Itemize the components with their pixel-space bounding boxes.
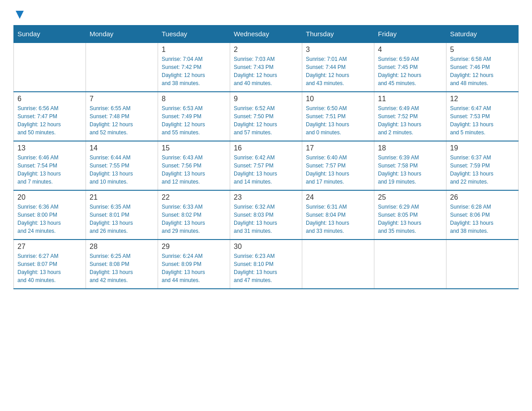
day-number: 2 (234, 46, 298, 54)
day-info: Sunrise: 6:50 AM Sunset: 7:51 PM Dayligh… (306, 104, 370, 137)
day-number: 25 (378, 193, 442, 201)
calendar-cell: 13Sunrise: 6:46 AM Sunset: 7:54 PM Dayli… (14, 141, 86, 190)
page-header (13, 9, 519, 21)
day-number: 28 (90, 243, 154, 251)
calendar-cell: 12Sunrise: 6:47 AM Sunset: 7:53 PM Dayli… (446, 92, 519, 141)
day-number: 20 (17, 193, 82, 201)
day-number: 23 (234, 193, 298, 201)
calendar-cell: 20Sunrise: 6:36 AM Sunset: 8:00 PM Dayli… (14, 190, 86, 240)
calendar-cell: 28Sunrise: 6:25 AM Sunset: 8:08 PM Dayli… (86, 240, 158, 289)
day-number: 16 (234, 144, 298, 152)
calendar-week-row: 27Sunrise: 6:27 AM Sunset: 8:07 PM Dayli… (14, 240, 519, 289)
calendar-cell (446, 240, 519, 289)
header-thursday: Thursday (302, 26, 374, 43)
svg-marker-0 (16, 11, 24, 19)
day-number: 7 (90, 95, 154, 103)
day-info: Sunrise: 6:53 AM Sunset: 7:49 PM Dayligh… (162, 104, 226, 137)
calendar-week-row: 20Sunrise: 6:36 AM Sunset: 8:00 PM Dayli… (14, 190, 519, 240)
calendar-cell: 22Sunrise: 6:33 AM Sunset: 8:02 PM Dayli… (158, 190, 230, 240)
header-sunday: Sunday (14, 26, 86, 43)
calendar-cell: 27Sunrise: 6:27 AM Sunset: 8:07 PM Dayli… (14, 240, 86, 289)
day-info: Sunrise: 6:44 AM Sunset: 7:55 PM Dayligh… (90, 154, 154, 186)
logo-arrow-icon (16, 11, 24, 19)
day-info: Sunrise: 6:31 AM Sunset: 8:04 PM Dayligh… (306, 203, 370, 235)
calendar-week-row: 1Sunrise: 7:04 AM Sunset: 7:42 PM Daylig… (14, 43, 519, 92)
day-number: 4 (378, 46, 442, 54)
day-info: Sunrise: 6:37 AM Sunset: 7:59 PM Dayligh… (450, 154, 515, 186)
header-tuesday: Tuesday (158, 26, 230, 43)
calendar-cell: 29Sunrise: 6:24 AM Sunset: 8:09 PM Dayli… (158, 240, 230, 289)
calendar-cell: 9Sunrise: 6:52 AM Sunset: 7:50 PM Daylig… (230, 92, 302, 141)
day-info: Sunrise: 6:55 AM Sunset: 7:48 PM Dayligh… (90, 104, 154, 137)
day-info: Sunrise: 6:58 AM Sunset: 7:46 PM Dayligh… (450, 55, 515, 87)
calendar-cell: 4Sunrise: 6:59 AM Sunset: 7:45 PM Daylig… (374, 43, 446, 92)
day-number: 30 (234, 243, 298, 251)
day-number: 24 (306, 193, 370, 201)
day-info: Sunrise: 6:36 AM Sunset: 8:00 PM Dayligh… (17, 203, 82, 235)
day-number: 26 (450, 193, 515, 201)
day-number: 19 (450, 144, 515, 152)
calendar-cell: 6Sunrise: 6:56 AM Sunset: 7:47 PM Daylig… (14, 92, 86, 141)
day-info: Sunrise: 6:29 AM Sunset: 8:05 PM Dayligh… (378, 203, 442, 235)
calendar-cell: 5Sunrise: 6:58 AM Sunset: 7:46 PM Daylig… (446, 43, 519, 92)
calendar-cell: 7Sunrise: 6:55 AM Sunset: 7:48 PM Daylig… (86, 92, 158, 141)
calendar-cell: 15Sunrise: 6:43 AM Sunset: 7:56 PM Dayli… (158, 141, 230, 190)
day-info: Sunrise: 6:28 AM Sunset: 8:06 PM Dayligh… (450, 203, 515, 235)
day-info: Sunrise: 6:47 AM Sunset: 7:53 PM Dayligh… (450, 104, 515, 137)
calendar-cell: 26Sunrise: 6:28 AM Sunset: 8:06 PM Dayli… (446, 190, 519, 240)
calendar-cell (302, 240, 374, 289)
day-number: 1 (162, 46, 226, 54)
calendar-cell: 11Sunrise: 6:49 AM Sunset: 7:52 PM Dayli… (374, 92, 446, 141)
day-info: Sunrise: 6:33 AM Sunset: 8:02 PM Dayligh… (162, 203, 226, 235)
calendar-cell: 24Sunrise: 6:31 AM Sunset: 8:04 PM Dayli… (302, 190, 374, 240)
calendar-cell: 30Sunrise: 6:23 AM Sunset: 8:10 PM Dayli… (230, 240, 302, 289)
calendar-table: SundayMondayTuesdayWednesdayThursdayFrid… (13, 25, 519, 289)
day-number: 8 (162, 95, 226, 103)
calendar-cell (374, 240, 446, 289)
day-number: 17 (306, 144, 370, 152)
calendar-cell: 23Sunrise: 6:32 AM Sunset: 8:03 PM Dayli… (230, 190, 302, 240)
calendar-cell: 19Sunrise: 6:37 AM Sunset: 7:59 PM Dayli… (446, 141, 519, 190)
day-number: 18 (378, 144, 442, 152)
day-number: 6 (17, 95, 82, 103)
day-number: 22 (162, 193, 226, 201)
day-info: Sunrise: 7:01 AM Sunset: 7:44 PM Dayligh… (306, 55, 370, 87)
day-info: Sunrise: 6:46 AM Sunset: 7:54 PM Dayligh… (17, 154, 82, 186)
calendar-cell: 1Sunrise: 7:04 AM Sunset: 7:42 PM Daylig… (158, 43, 230, 92)
day-info: Sunrise: 6:23 AM Sunset: 8:10 PM Dayligh… (234, 252, 298, 284)
calendar-cell (86, 43, 158, 92)
day-number: 10 (306, 95, 370, 103)
calendar-week-row: 13Sunrise: 6:46 AM Sunset: 7:54 PM Dayli… (14, 141, 519, 190)
day-number: 12 (450, 95, 515, 103)
header-friday: Friday (374, 26, 446, 43)
day-info: Sunrise: 6:59 AM Sunset: 7:45 PM Dayligh… (378, 55, 442, 87)
day-number: 21 (90, 193, 154, 201)
day-number: 5 (450, 46, 515, 54)
day-info: Sunrise: 7:03 AM Sunset: 7:43 PM Dayligh… (234, 55, 298, 87)
day-number: 11 (378, 95, 442, 103)
calendar-cell (14, 43, 86, 92)
day-info: Sunrise: 6:24 AM Sunset: 8:09 PM Dayligh… (162, 252, 226, 284)
calendar-cell: 2Sunrise: 7:03 AM Sunset: 7:43 PM Daylig… (230, 43, 302, 92)
day-info: Sunrise: 6:32 AM Sunset: 8:03 PM Dayligh… (234, 203, 298, 235)
day-info: Sunrise: 6:42 AM Sunset: 7:57 PM Dayligh… (234, 154, 298, 186)
calendar-cell: 17Sunrise: 6:40 AM Sunset: 7:57 PM Dayli… (302, 141, 374, 190)
day-info: Sunrise: 6:43 AM Sunset: 7:56 PM Dayligh… (162, 154, 226, 186)
day-info: Sunrise: 6:56 AM Sunset: 7:47 PM Dayligh… (17, 104, 82, 137)
day-info: Sunrise: 6:27 AM Sunset: 8:07 PM Dayligh… (17, 252, 82, 284)
day-number: 27 (17, 243, 82, 251)
day-number: 13 (17, 144, 82, 152)
calendar-cell: 14Sunrise: 6:44 AM Sunset: 7:55 PM Dayli… (86, 141, 158, 190)
day-info: Sunrise: 6:40 AM Sunset: 7:57 PM Dayligh… (306, 154, 370, 186)
day-number: 9 (234, 95, 298, 103)
calendar-cell: 10Sunrise: 6:50 AM Sunset: 7:51 PM Dayli… (302, 92, 374, 141)
day-number: 15 (162, 144, 226, 152)
calendar-cell: 25Sunrise: 6:29 AM Sunset: 8:05 PM Dayli… (374, 190, 446, 240)
calendar-cell: 21Sunrise: 6:35 AM Sunset: 8:01 PM Dayli… (86, 190, 158, 240)
day-info: Sunrise: 6:39 AM Sunset: 7:58 PM Dayligh… (378, 154, 442, 186)
day-info: Sunrise: 6:25 AM Sunset: 8:08 PM Dayligh… (90, 252, 154, 284)
day-number: 29 (162, 243, 226, 251)
calendar-cell: 16Sunrise: 6:42 AM Sunset: 7:57 PM Dayli… (230, 141, 302, 190)
logo (13, 9, 24, 21)
header-monday: Monday (86, 26, 158, 43)
